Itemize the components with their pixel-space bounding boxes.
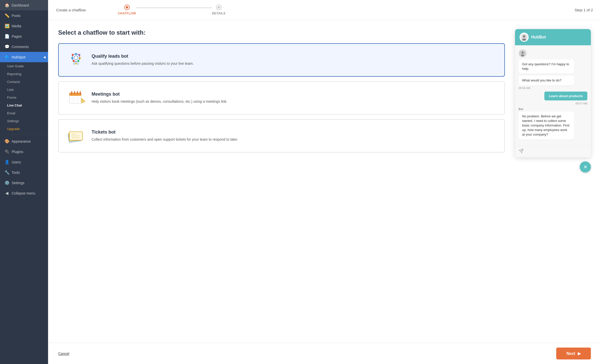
meetings-icon — [66, 88, 86, 108]
chat-bubble-3: No problem. Before we get started, I nee… — [519, 112, 574, 140]
svg-point-35 — [522, 52, 524, 54]
chat-header: HubBot — [515, 29, 591, 45]
sidebar-label-live-chat: Live Chat — [7, 103, 22, 107]
sidebar-item-hubspot[interactable]: 🔷 HubSpot — [0, 52, 48, 62]
sidebar-item-lists[interactable]: Lists — [0, 86, 48, 94]
sidebar-item-posts[interactable]: ✏️ Posts — [0, 10, 48, 21]
right-panel: HubBot Got any questions? I'm happy to h… — [512, 29, 591, 343]
page-heading: Select a chatflow to start with: — [58, 29, 505, 36]
svg-point-3 — [75, 53, 77, 55]
sidebar-label-reporting: Reporting — [7, 72, 21, 76]
next-label: Next — [566, 351, 575, 356]
card-tickets[interactable]: Tickets bot Collect information from cus… — [58, 119, 505, 153]
sidebar-label-lists: Lists — [7, 88, 14, 92]
sidebar-item-pages[interactable]: 📄 Pages — [0, 31, 48, 41]
plugins-icon: 🔌 — [5, 149, 9, 154]
card-title-meetings: Meetings bot — [92, 92, 227, 97]
svg-point-6 — [77, 60, 79, 62]
sidebar-item-tools[interactable]: 🔧 Tools — [0, 167, 48, 178]
step-label-chatflow: CHATFLOW — [118, 12, 136, 15]
svg-point-1 — [74, 56, 78, 59]
step-connector — [136, 8, 212, 8]
card-desc-meetings: Help visitors book meetings (such as dem… — [92, 99, 227, 104]
next-button[interactable]: Next ▶ — [556, 348, 591, 359]
sidebar-item-comments[interactable]: 💬 Comments — [0, 41, 48, 52]
sidebar-item-forms[interactable]: Forms — [0, 94, 48, 101]
chat-timestamp-1: 08:56 AM — [519, 87, 587, 90]
next-arrow-icon: ▶ — [578, 351, 581, 356]
sidebar-label-hubspot: HubSpot — [12, 55, 25, 59]
chat-bot-name: HubBot — [531, 35, 546, 39]
chat-timestamp-2: 08:57 AM — [519, 102, 587, 105]
main-panel: Create a chatflow CHATFLOW DETAILS Step … — [48, 0, 601, 364]
svg-point-4 — [78, 54, 80, 56]
sidebar-label-forms: Forms — [7, 96, 16, 99]
chatflow-cards: Qualify leads bot Ask qualifying questio… — [58, 43, 505, 153]
sidebar-label-settings: Settings — [12, 181, 25, 185]
sidebar-item-users[interactable]: 👤 Users — [0, 157, 48, 167]
sidebar-item-dashboard[interactable]: 🏠 Dashboard — [0, 0, 48, 10]
svg-point-8 — [71, 57, 73, 59]
sidebar-item-email[interactable]: Email — [0, 109, 48, 117]
comments-icon: 💬 — [5, 44, 9, 49]
card-desc-qualify: Ask qualifying questions before passing … — [92, 61, 194, 66]
sidebar-label-users: Users — [12, 160, 21, 164]
card-body-tickets: Tickets bot Collect information from cus… — [92, 130, 238, 142]
sidebar-label-settings-hs: Settings — [7, 119, 19, 123]
step-circle-details — [216, 5, 222, 10]
sidebar-item-collapse[interactable]: ◀ Collapse menu — [0, 188, 48, 198]
tools-icon: 🔧 — [5, 170, 9, 175]
cancel-button[interactable]: Cancel — [58, 352, 69, 356]
card-meetings[interactable]: Meetings bot Help visitors book meetings… — [58, 81, 505, 115]
settings-icon: ⚙️ — [5, 180, 9, 185]
step-details: DETAILS — [212, 5, 226, 15]
chat-widget: HubBot Got any questions? I'm happy to h… — [515, 29, 591, 157]
dashboard-icon: 🏠 — [5, 3, 9, 8]
learn-about-products-button[interactable]: Learn about products — [544, 92, 587, 100]
step-chatflow: CHATFLOW — [118, 5, 136, 15]
sidebar-label-comments: Comments — [12, 45, 29, 49]
card-qualify-leads[interactable]: Qualify leads bot Ask qualifying questio… — [58, 43, 505, 77]
send-icon — [519, 148, 524, 155]
sidebar-label-pages: Pages — [12, 34, 22, 38]
step-circle-chatflow — [124, 5, 130, 10]
chat-bot-avatar — [519, 49, 527, 57]
sidebar-item-plugins[interactable]: 🔌 Plugins — [0, 146, 48, 157]
chat-bubble-2: What would you like to do? — [519, 76, 574, 85]
sidebar-item-upgrade[interactable]: Upgrade — [0, 125, 48, 133]
chat-avatar — [520, 33, 529, 42]
chat-bot-label: Bot — [519, 108, 587, 111]
card-body-qualify: Qualify leads bot Ask qualifying questio… — [92, 54, 194, 66]
chat-body: Got any questions? I'm happy to help. Wh… — [515, 45, 591, 146]
pages-icon: 📄 — [5, 34, 9, 39]
svg-point-2 — [72, 54, 74, 56]
sidebar: 🏠 Dashboard ✏️ Posts 🖼️ Media 📄 Pages 💬 … — [0, 0, 48, 364]
hubspot-icon: 🔷 — [5, 55, 9, 59]
svg-point-5 — [79, 57, 81, 59]
svg-point-12 — [77, 62, 79, 65]
qualify-leads-icon — [66, 50, 86, 70]
collapse-icon: ◀ — [5, 191, 9, 196]
sidebar-item-reporting[interactable]: Reporting — [0, 70, 48, 78]
sidebar-item-settings-hs[interactable]: Settings — [0, 117, 48, 125]
sidebar-item-live-chat[interactable]: Live Chat — [0, 101, 48, 109]
left-panel: Select a chatflow to start with: — [58, 29, 505, 343]
posts-icon: ✏️ — [5, 13, 9, 18]
sidebar-label-plugins: Plugins — [12, 150, 23, 154]
sidebar-item-settings[interactable]: ⚙️ Settings — [0, 178, 48, 188]
sidebar-item-contacts[interactable]: Contacts — [0, 78, 48, 86]
sidebar-label-contacts: Contacts — [7, 80, 20, 84]
header-title: Create a chatflow — [56, 8, 86, 12]
sidebar-label-upgrade: Upgrade — [7, 127, 20, 131]
chat-close-button[interactable]: ✕ — [580, 161, 591, 173]
sidebar-item-appearance[interactable]: 🎨 Appearance — [0, 136, 48, 146]
svg-point-36 — [521, 54, 524, 56]
sidebar-item-user-guide[interactable]: User Guide — [0, 62, 48, 70]
sidebar-label-posts: Posts — [12, 14, 20, 18]
svg-rect-14 — [69, 93, 81, 95]
sidebar-item-media[interactable]: 🖼️ Media — [0, 21, 48, 31]
step-label-details: DETAILS — [212, 12, 226, 15]
sidebar-label-media: Media — [12, 24, 21, 28]
sidebar-label-dashboard: Dashboard — [12, 3, 29, 7]
card-title-tickets: Tickets bot — [92, 130, 238, 135]
